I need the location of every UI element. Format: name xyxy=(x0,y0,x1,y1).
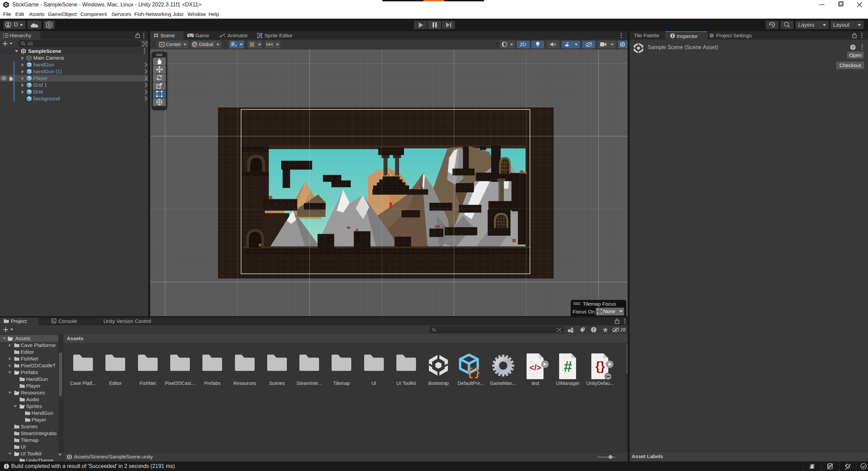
svg-text:#: # xyxy=(564,358,572,375)
svg-text:D: D xyxy=(48,23,51,27)
svg-text:?: ? xyxy=(852,45,854,49)
svg-text:Y: Y xyxy=(235,44,237,47)
svg-text:</>: </> xyxy=(530,363,541,372)
svg-text:{}: {} xyxy=(467,366,480,378)
svg-text:{}: {} xyxy=(595,359,605,373)
